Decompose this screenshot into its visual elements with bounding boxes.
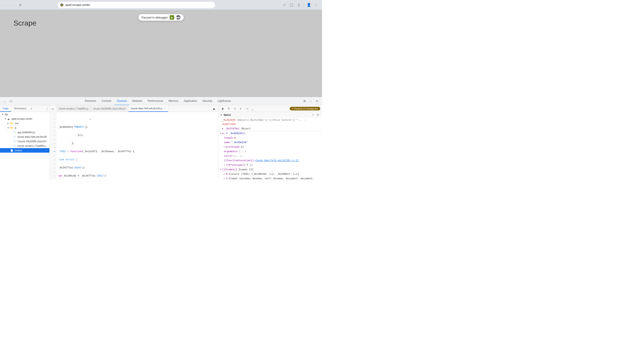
star-button[interactable]: ☆ xyxy=(281,2,288,8)
scope-row-a[interactable]: ▼ a: f _0x456254() xyxy=(218,131,322,136)
code-line: '7d92': function(_0x1e1673, _0x29aaea, _… xyxy=(58,149,216,154)
scope-row-caller[interactable]: caller: (...) xyxy=(218,154,322,158)
file-tree-tabs: Page Workspace » ⋮ xyxy=(0,105,50,112)
paused-label: Paused in debugger xyxy=(142,16,168,19)
scope-row-length[interactable]: length: 0 xyxy=(218,136,322,140)
code-tab-4dec[interactable]: chunk-4dec7ef0.e4c2b130.js ✕ xyxy=(128,105,168,112)
tree-arrow-domain: ▼ xyxy=(4,118,6,120)
profile-button[interactable]: 👤 xyxy=(306,2,312,8)
more-file-tabs[interactable]: » xyxy=(29,105,34,112)
paused-debugger-badge: Paused in debugger ▶▶ xyxy=(138,14,184,21)
tab-console[interactable]: Console xyxy=(99,97,114,105)
tab-sources[interactable]: Sources xyxy=(114,97,130,105)
refresh-watch-button[interactable]: ↻ xyxy=(316,113,320,117)
workspace-tab[interactable]: Workspace xyxy=(11,105,29,112)
watch-arrow-icon: ▼ xyxy=(220,114,222,116)
code-line: }, xyxy=(58,141,216,145)
right-panel: ▶ ↻ ↴ ↲ →| ⎯ ℹ Paused on breakpoint ▼ Wa… xyxy=(218,105,322,179)
info-icon: ℹ xyxy=(292,107,293,110)
tab-memory[interactable]: Memory xyxy=(166,97,181,105)
devtools-icons-left: ⎵ ▭ xyxy=(2,98,14,104)
code-tabs: ▭ chunk-vendors.77daf991.js chunk-19c920… xyxy=(50,105,218,112)
browser-actions: ☆ ▢ ▯ 👤 ⋮ xyxy=(281,2,319,8)
watch-section: ▼ Watch + ↻ _0x263439 =Object(_0x2fa7bd[… xyxy=(218,112,322,131)
scope-row-scope-0[interactable]: ► 0: Closure (7d92) {_0x189cbb: {…}, _0x… xyxy=(218,172,322,176)
media-button[interactable]: ▢ xyxy=(288,2,295,8)
scope-row-scopes[interactable]: ▼ [[Scopes]]: Scopes [2] xyxy=(218,167,322,172)
extensions-button[interactable]: ▯ xyxy=(296,2,302,8)
devtools-tabbar: ⎵ ▭ Elements Console Sources Network Per… xyxy=(0,97,322,105)
nav-buttons: ← → ✕ xyxy=(3,2,24,8)
tree-item-domain[interactable]: ▼ ☁ spa6.scrape.center xyxy=(0,117,50,121)
page-title: Scrape xyxy=(14,19,36,27)
more-options-icon[interactable]: ⋮ xyxy=(308,98,314,104)
paused-on-breakpoint-label: Paused on breakpoint xyxy=(294,107,318,110)
resume-button[interactable] xyxy=(170,15,174,20)
code-line: var _0x189cbb = _0x34777a('3452') xyxy=(58,174,216,178)
deactivate-breakpoints-button[interactable]: ⎯ xyxy=(250,106,255,111)
watch-actions: + ↻ xyxy=(311,113,320,117)
security-icon: 🔒 xyxy=(60,4,64,7)
page-content: Scrape xyxy=(0,10,322,97)
tab-elements[interactable]: Elements xyxy=(82,97,99,105)
tree-item-chunk-19c[interactable]: 📄 *chunk-19c920f8.c3a1129 xyxy=(0,139,50,144)
resume-execution-button[interactable]: ▶ xyxy=(220,106,226,111)
scope-row-proto-fn[interactable]: ► [[Prototype]]: f () xyxy=(218,163,322,167)
scope-row-function-location[interactable]: [[FunctionLocation]]: chunk-4dec7ef0.e4c… xyxy=(218,158,322,163)
step-button[interactable]: ▶▶ xyxy=(176,15,180,20)
back-button[interactable]: ← xyxy=(3,2,9,8)
page-tab[interactable]: Page xyxy=(0,105,11,112)
debug-toolbar: ▶ ↻ ↴ ↲ →| ⎯ ℹ Paused on breakpoint xyxy=(218,105,322,112)
tree-item-index[interactable]: 📄 (index) xyxy=(0,148,50,153)
file-tree-options[interactable]: ⋮ xyxy=(45,105,50,112)
tree-item-css[interactable]: ► 📁 css xyxy=(0,121,50,126)
toggle-sidebar-icon[interactable]: ▶ xyxy=(212,106,217,112)
code-tab-19c[interactable]: chunk-19c920f8.c3a1129d.js* xyxy=(91,105,128,112)
tab-performance[interactable]: Performance xyxy=(145,97,166,105)
watch-label: Watch xyxy=(224,114,231,116)
divider xyxy=(304,3,304,7)
watch-item-1: _0x263439 =Object(_0x2fa7bd['a'])(this['… xyxy=(218,118,322,126)
forward-button[interactable]: → xyxy=(10,2,16,8)
collapse-sidebar-icon[interactable]: ▭ xyxy=(50,106,56,112)
watch-items: _0x263439 =Object(_0x2fa7bd['a'])(this['… xyxy=(218,118,322,131)
step-into-button[interactable]: ↴ xyxy=(232,106,238,111)
reload-button[interactable]: ✕ xyxy=(17,2,24,8)
address-bar[interactable]: 🔒 spa6.scrape.center xyxy=(57,2,215,8)
code-editor[interactable]: – – – – – – – – – – – – – – – – – xyxy=(50,112,218,179)
tree-item-app-js[interactable]: 📄 app.5ef0d454.js xyxy=(0,130,50,135)
sources-panel: Page Workspace » ⋮ ▼ top ▼ ☁ spa6.scrape… xyxy=(0,105,322,179)
tree-item-js[interactable]: ▼ 📁 js xyxy=(0,126,50,130)
close-tab-icon[interactable]: ✕ xyxy=(164,107,166,110)
add-watch-button[interactable]: + xyxy=(311,113,315,117)
close-devtools-icon[interactable]: ✕ xyxy=(314,98,320,104)
code-line: 'use strict'; xyxy=(58,158,216,162)
tree-item-chunk-vendors[interactable]: 📄 chunk-vendors.77daf991.j xyxy=(0,144,50,148)
line-numbers: – – – – – – – – – – – – – – – – – xyxy=(50,112,56,179)
settings-icon[interactable]: ⚙ xyxy=(302,98,308,104)
watch-section-header[interactable]: ▼ Watch + ↻ xyxy=(218,112,322,118)
tree-items: ▼ top ▼ ☁ spa6.scrape.center ► 📁 css ▼ 📁… xyxy=(0,112,50,179)
watch-item-2: ► _0x2fa7bd: Object xyxy=(218,126,322,131)
tab-security[interactable]: Security xyxy=(200,97,215,105)
scope-row-arguments[interactable]: arguments: (...) xyxy=(218,149,322,154)
code-tab-vendors[interactable]: chunk-vendors.77daf991.js xyxy=(56,105,91,112)
tree-item-top[interactable]: ▼ top xyxy=(0,112,50,117)
code-content: ; _0x46d5d1['PBKDF2']; })); }, '7d92': f… xyxy=(56,112,218,179)
step-out-button[interactable]: ↲ xyxy=(238,106,243,111)
tab-network[interactable]: Network xyxy=(130,97,145,105)
scope-row-name[interactable]: name: "_0x456254" xyxy=(218,140,322,145)
tab-application[interactable]: Application xyxy=(181,97,200,105)
devtools: ⎵ ▭ Elements Console Sources Network Per… xyxy=(0,97,322,179)
step-button[interactable]: →| xyxy=(244,106,249,111)
tree-item-chunk-4dec[interactable]: 📄 chunk-4dec7ef0.e4c2b130 xyxy=(0,135,50,139)
code-area: ▭ chunk-vendors.77daf991.js chunk-19c920… xyxy=(50,105,218,179)
step-over-button[interactable]: ↻ xyxy=(226,106,232,111)
browser-chrome: ← → ✕ 🔒 spa6.scrape.center ☆ ▢ ▯ 👤 ⋮ xyxy=(0,0,322,10)
menu-button[interactable]: ⋮ xyxy=(313,2,319,8)
scope-row-scope-1[interactable]: ► 1: Global {window: Window, self: Windo… xyxy=(218,176,322,179)
device-mode-icon[interactable]: ▭ xyxy=(8,98,14,104)
inspect-element-icon[interactable]: ⎵ xyxy=(2,98,8,104)
tab-lighthouse[interactable]: Lighthouse xyxy=(215,97,234,105)
scope-row-prototype1[interactable]: ► prototype: {} xyxy=(218,145,322,149)
